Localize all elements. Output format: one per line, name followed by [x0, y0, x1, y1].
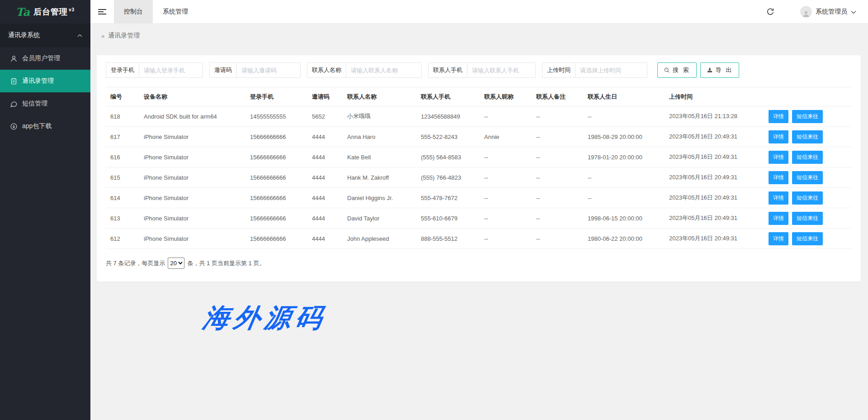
table-cell: Android SDK built for arm64 [139, 106, 245, 127]
filter-label: 邀请码 [209, 62, 236, 78]
sidebar-item-label: 短信管理 [22, 100, 47, 108]
col-header: 联系人手机 [416, 87, 480, 106]
pagination-prefix: 共 7 条记录，每页显示 [106, 259, 165, 267]
table-cell: 555-478-7672 [416, 188, 480, 208]
table-cell: 15666666666 [245, 147, 307, 167]
detail-button[interactable]: 详情 [769, 191, 788, 205]
contact-phone-input[interactable] [467, 62, 536, 78]
detail-button[interactable]: 详情 [769, 171, 788, 184]
table-cell: 617 [106, 127, 139, 147]
sms-history-button[interactable]: 短信来往 [792, 191, 823, 205]
table-cell: 2023年05月16日 21:13:28 [665, 106, 764, 127]
table-body: 618Android SDK built for arm641455555555… [106, 106, 852, 249]
table-cell: iPhone Simulator [139, 229, 245, 249]
col-header: 邀请码 [307, 87, 343, 106]
table-cell: 4444 [307, 127, 343, 147]
col-header: 设备名称 [139, 87, 245, 106]
export-icon [707, 67, 713, 73]
detail-button[interactable]: 详情 [769, 151, 788, 164]
table-cell: 5652 [307, 106, 343, 127]
table-cell: Daniel Higgins Jr. [343, 188, 416, 208]
refresh-icon[interactable] [761, 0, 779, 24]
filter-label: 联系人手机 [428, 62, 467, 78]
content-card: 登录手机 邀请码 联系人名称 联系人手机 上传时间 搜 索 [97, 55, 861, 282]
row-actions: 详情短信来往 [764, 208, 852, 229]
upload-time-input[interactable] [575, 62, 647, 78]
search-label: 搜 索 [673, 66, 690, 74]
table-cell: 4444 [307, 208, 343, 229]
pagination: 共 7 条记录，每页显示 20 条，共 1 页当前显示第 1 页。 [97, 249, 861, 277]
table-cell: 616 [106, 147, 139, 167]
filter-bar: 登录手机 邀请码 联系人名称 联系人手机 上传时间 搜 索 [97, 55, 861, 78]
table-cell: 15666666666 [245, 167, 307, 188]
row-actions: 详情短信来往 [764, 188, 852, 208]
table-cell: -- [532, 106, 583, 127]
sms-history-button[interactable]: 短信来往 [792, 212, 823, 225]
watermark-text: 海外源码 [200, 301, 330, 336]
table-cell: 2023年05月16日 20:49:31 [665, 229, 764, 249]
sidebar-item-label: 通讯录管理 [22, 77, 54, 85]
table-cell: 15666666666 [245, 127, 307, 147]
page-size-select[interactable]: 20 [168, 258, 184, 269]
table-cell: 555-522-8243 [416, 127, 480, 147]
contact-name-input[interactable] [346, 62, 422, 78]
tab-console[interactable]: 控制台 [114, 0, 153, 24]
invite-code-input[interactable] [236, 62, 301, 78]
sidebar-section-label: 通讯录系统 [8, 31, 77, 39]
table-row: 614iPhone Simulator156666666664444Daniel… [106, 188, 852, 208]
table-cell: -- [532, 229, 583, 249]
sms-history-button[interactable]: 短信来往 [792, 171, 823, 184]
sidebar-item-member-users[interactable]: 会员用户管理 [0, 47, 90, 70]
export-button[interactable]: 导 出 [700, 62, 740, 78]
sms-history-button[interactable]: 短信来往 [792, 151, 823, 164]
detail-button[interactable]: 详情 [769, 110, 788, 123]
sidebar-item-app-download[interactable]: app包下载 [0, 115, 90, 138]
table-cell: Kate Bell [343, 147, 416, 167]
sidebar-item-contacts-management[interactable]: 通讯录管理 [0, 70, 90, 92]
table-cell: 4444 [307, 167, 343, 188]
export-label: 导 出 [716, 66, 733, 74]
chevron-down-icon [851, 8, 856, 16]
col-header: 上传时间 [665, 87, 764, 106]
user-icon [10, 55, 18, 62]
table-cell: 14555555555 [245, 106, 307, 127]
col-header: 联系人昵称 [480, 87, 532, 106]
user-menu[interactable]: 系统管理员 [800, 6, 856, 18]
filter-label: 联系人名称 [307, 62, 346, 78]
col-header: 联系人名称 [343, 87, 416, 106]
sidebar-toggle-icon[interactable] [90, 0, 114, 24]
login-phone-input[interactable] [139, 62, 203, 78]
table-wrap: 编号 设备名称 登录手机 邀请码 联系人名称 联系人手机 联系人昵称 联系人备注… [97, 78, 861, 249]
table-cell: iPhone Simulator [139, 167, 245, 188]
table-cell: 614 [106, 188, 139, 208]
table-cell: -- [480, 106, 532, 127]
table-cell: -- [583, 188, 665, 208]
breadcrumb: » 通讯录管理 [90, 24, 868, 40]
table-cell: 小米哦哦 [343, 106, 416, 127]
table-cell: 555-610-6679 [416, 208, 480, 229]
search-button[interactable]: 搜 索 [657, 62, 697, 78]
table-cell: iPhone Simulator [139, 127, 245, 147]
table-cell: 615 [106, 167, 139, 188]
tab-label: 控制台 [124, 8, 143, 16]
sidebar-section-contacts-system[interactable]: 通讯录系统 [0, 24, 90, 47]
sms-history-button[interactable]: 短信来往 [792, 130, 823, 143]
detail-button[interactable]: 详情 [769, 130, 788, 143]
sms-history-button[interactable]: 短信来往 [792, 232, 823, 245]
detail-button[interactable]: 详情 [769, 232, 788, 245]
filter-login-phone: 登录手机 [106, 62, 203, 78]
col-header [764, 87, 852, 106]
detail-button[interactable]: 详情 [769, 212, 788, 225]
breadcrumb-current: 通讯录管理 [108, 32, 140, 40]
table-cell: 2023年05月16日 20:49:31 [665, 167, 764, 188]
filter-upload-time: 上传时间 [542, 62, 647, 78]
avatar [800, 6, 812, 18]
table-row: 612iPhone Simulator156666666664444John A… [106, 229, 852, 249]
tab-system-management[interactable]: 系统管理 [153, 0, 198, 24]
app-title: 后台管理v3 [33, 6, 75, 17]
table-cell: -- [480, 229, 532, 249]
sidebar-item-sms-management[interactable]: 短信管理 [0, 92, 90, 115]
table-cell: iPhone Simulator [139, 208, 245, 229]
sms-history-button[interactable]: 短信来往 [792, 110, 823, 123]
table-header-row: 编号 设备名称 登录手机 邀请码 联系人名称 联系人手机 联系人昵称 联系人备注… [106, 87, 852, 106]
